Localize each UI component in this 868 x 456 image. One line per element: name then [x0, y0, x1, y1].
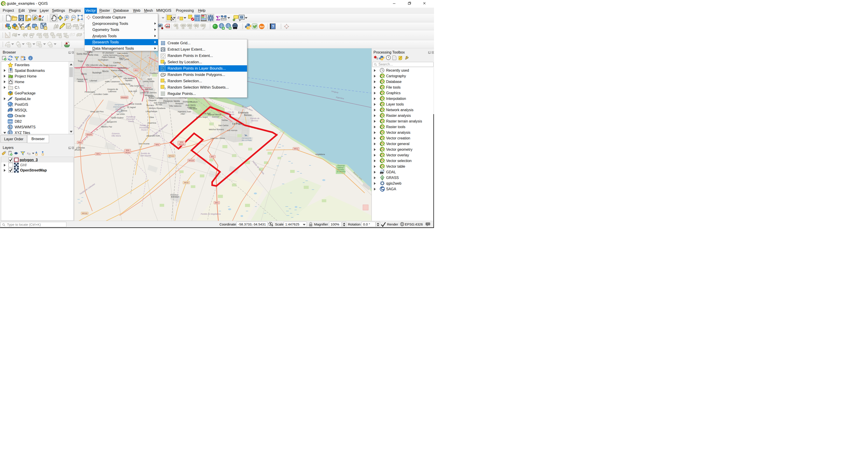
svg-text:Vector analysis: Vector analysis: [386, 131, 410, 135]
svg-text:Km31: Km31: [80, 66, 85, 68]
svg-text:Florencio: Florencio: [126, 118, 134, 120]
svg-text:Vector general: Vector general: [386, 142, 409, 146]
svg-text:Juan María: Juan María: [185, 104, 195, 106]
svg-text:Tristán Suárez: Tristán Suárez: [111, 117, 124, 119]
svg-text:Merlo: Merlo: [81, 73, 87, 75]
svg-text:Hudson: Hudson: [191, 101, 197, 103]
svg-text:Allan: Allan: [180, 113, 185, 115]
svg-text:Estancia: Estancia: [112, 133, 120, 135]
svg-text:Claypole: Claypole: [148, 99, 156, 102]
svg-text:Morón: Morón: [102, 70, 108, 73]
svg-text:Ministro: Ministro: [115, 108, 122, 110]
svg-text:Partido de: Partido de: [250, 117, 259, 119]
svg-text:Berisso: Berisso: [244, 114, 252, 116]
svg-text:RN3: RN3: [78, 141, 82, 143]
svg-text:Tolosa: Tolosa: [221, 119, 227, 121]
svg-text:RP215: RP215: [179, 143, 184, 145]
svg-text:51: 51: [96, 129, 98, 131]
svg-text:Brandsen: Brandsen: [171, 196, 179, 198]
svg-text:Vector table: Vector table: [386, 165, 405, 168]
svg-text:Aeropuerto: Aeropuerto: [242, 137, 251, 139]
svg-text:Magdalena: Magdalena: [315, 153, 325, 155]
svg-text:Burzaco: Burzaco: [147, 104, 154, 107]
svg-text:Σ: Σ: [216, 15, 220, 22]
svg-text:Hurlingham: Hurlingham: [98, 59, 108, 61]
svg-text:Km18: Km18: [108, 66, 113, 68]
svg-text:RP16: RP16: [126, 151, 130, 153]
svg-text:Ref: Ref: [260, 25, 264, 28]
svg-text:AU1: AU1: [134, 69, 138, 71]
svg-text:Avellane: Avellane: [150, 72, 158, 74]
svg-text:Vector selection: Vector selection: [386, 159, 412, 163]
svg-text:ab: ab: [175, 24, 178, 27]
svg-text:Recently used: Recently used: [386, 68, 409, 72]
svg-text:Longchamps: Longchamps: [146, 110, 157, 113]
svg-text:RP2: RP2: [211, 156, 214, 158]
svg-text:Km24: Km24: [95, 67, 100, 69]
svg-text:Partido de: Partido de: [141, 152, 150, 154]
svg-text:Ministro Rivadavia: Ministro Rivadavia: [149, 107, 165, 109]
svg-text:Gonnet: Gonnet: [212, 116, 219, 118]
svg-text:San Justo: San Justo: [113, 76, 122, 78]
svg-text:Melchor Romero: Melchor Romero: [209, 129, 224, 131]
svg-text:Lisandro Olmos: Lisandro Olmos: [211, 137, 225, 139]
svg-text:Presidente: Presidente: [139, 126, 149, 129]
svg-text:Database: Database: [386, 80, 402, 84]
svg-text:Máximo Paz: Máximo Paz: [101, 126, 112, 128]
svg-text:qgis2web: qgis2web: [386, 181, 402, 185]
svg-text:Graphics: Graphics: [386, 91, 401, 95]
svg-text:Partido de: Partido de: [225, 111, 234, 113]
svg-text:Raster analysis: Raster analysis: [386, 114, 411, 117]
svg-text:San Carlos: San Carlos: [218, 124, 228, 126]
svg-text:La Unión: La Unión: [117, 113, 125, 115]
svg-text:Martín: Martín: [78, 80, 84, 83]
svg-text:abc: abc: [188, 24, 192, 27]
svg-text:Muñiz: Muñiz: [87, 51, 93, 53]
svg-text:Km28: Km28: [87, 66, 91, 68]
svg-text:Varela: Varela: [128, 120, 134, 122]
svg-text:Ensenada: Ensenada: [238, 111, 248, 114]
svg-text:Trujui: Trujui: [78, 60, 83, 62]
svg-text:Ramos Mejía: Ramos Mejía: [111, 69, 123, 72]
svg-text:El Destino: El Destino: [337, 170, 346, 173]
svg-text:Los Hornos: Los Hornos: [227, 129, 238, 132]
svg-text:Gerli: Gerli: [148, 78, 152, 80]
svg-text:RP2: RP2: [215, 202, 219, 204]
svg-text:Raster terrain analysis: Raster terrain analysis: [386, 119, 422, 123]
svg-text:Libertad: Libertad: [90, 80, 97, 82]
svg-text:i: i: [30, 56, 31, 60]
svg-text:Ciudad Evita: Ciudad Evita: [119, 83, 130, 85]
svg-text:RP6: RP6: [126, 149, 129, 151]
svg-text:Brandsen: Brandsen: [170, 194, 179, 196]
svg-text:9 de Abril: 9 de Abril: [128, 90, 137, 92]
svg-text:Villa Vatteone: Villa Vatteone: [169, 105, 182, 107]
svg-text:Villa Elisa: Villa Elisa: [188, 108, 197, 110]
svg-text:Interpolation: Interpolation: [386, 97, 406, 101]
svg-text:RP215: RP215: [82, 212, 87, 215]
svg-text:González Catán: González Catán: [93, 93, 108, 95]
svg-text:Lanús Oeste: Lanús Oeste: [143, 80, 154, 83]
svg-text:añuelas: añuelas: [75, 149, 82, 151]
svg-text:Monte Grande: Monte Grande: [129, 103, 142, 105]
svg-text:?: ?: [164, 87, 166, 90]
svg-text:abc: abc: [202, 24, 206, 27]
svg-text:Partido de: Partido de: [126, 116, 135, 118]
svg-text:File tools: File tools: [386, 85, 401, 89]
svg-text:Internacional: Internacional: [113, 106, 124, 108]
svg-text:San Vicente: San Vicente: [138, 143, 150, 145]
svg-text:Pontevedra: Pontevedra: [85, 91, 95, 93]
svg-text:GDAL: GDAL: [386, 170, 396, 174]
svg-text:Km34: Km34: [75, 67, 80, 69]
svg-text:Bosques: Bosques: [176, 102, 184, 105]
svg-text:Glew: Glew: [149, 116, 154, 118]
svg-text:Villa María: Villa María: [111, 135, 121, 137]
svg-text:Manuel Bernal: Manuel Bernal: [208, 113, 221, 116]
svg-text:ε: ε: [178, 15, 179, 20]
svg-text:Partido de: Partido de: [140, 124, 149, 126]
svg-text:Spegazzini: Spegazzini: [107, 121, 117, 123]
svg-text:Ciudadela: Ciudadela: [117, 67, 127, 69]
svg-text:Laferrere: Laferrere: [108, 90, 117, 93]
svg-text:RP215: RP215: [189, 160, 194, 162]
svg-text:Vector geometry: Vector geometry: [386, 147, 412, 151]
svg-text:GDAL: GDAL: [380, 172, 385, 174]
